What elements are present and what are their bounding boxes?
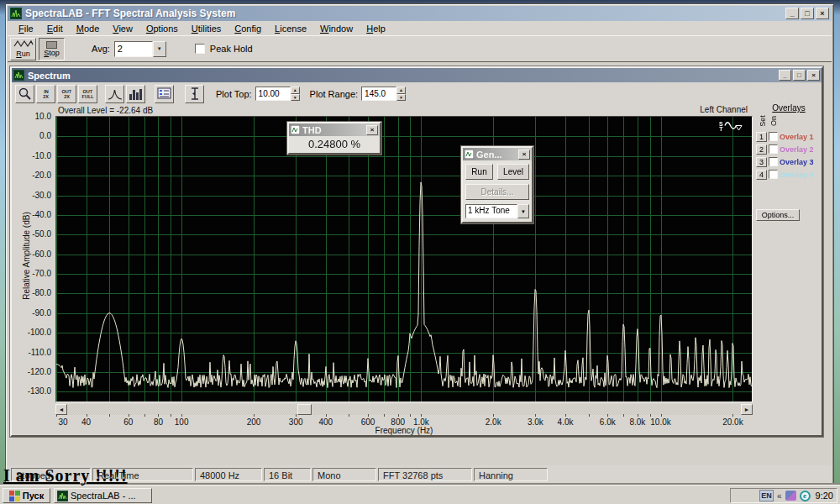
x-axis-title: Frequency (Hz) <box>55 426 753 435</box>
menu-file[interactable]: File <box>12 22 40 35</box>
overlay-4-set-button[interactable]: 4 <box>756 170 767 180</box>
generator-title-bar[interactable]: Gen... × <box>463 148 532 160</box>
overlay-3-checkbox[interactable] <box>769 157 778 166</box>
title-bar[interactable]: SpectraLAB - FFT Spectral Analysis Syste… <box>8 6 832 21</box>
overlay-options-button[interactable]: Options... <box>756 209 800 221</box>
peak-hold-checkbox[interactable] <box>195 44 205 54</box>
x-axis-tick-mark <box>254 414 255 417</box>
spectrum-maximize-button[interactable]: □ <box>793 70 806 81</box>
overlay-2-set-button[interactable]: 2 <box>756 144 767 155</box>
thd-close-button[interactable]: × <box>366 125 378 135</box>
plot-range-input[interactable]: 145.0 <box>361 87 396 101</box>
thd-title-bar[interactable]: THD × <box>289 123 380 136</box>
spectrum-close-button[interactable]: × <box>807 70 820 81</box>
overlay-row: 4 Overlay 4 <box>756 169 814 180</box>
menu-view[interactable]: View <box>106 22 139 35</box>
overlays-on-label: On <box>769 116 778 126</box>
zoom-out-2x-button[interactable]: OUT 2X <box>57 85 76 103</box>
list-options-icon <box>157 87 172 100</box>
menu-help[interactable]: Help <box>360 22 392 35</box>
zoom-in-2x-button[interactable]: IN 2X <box>36 85 55 103</box>
start-button[interactable]: Пуск <box>3 488 50 503</box>
main-toolbar: Run Stop Avg: 2 ▼ Peak Hold <box>8 35 832 61</box>
overlay-row: 1 Overlay 1 <box>756 131 814 142</box>
x-axis-tick-mark <box>607 414 608 417</box>
internet-explorer-icon[interactable] <box>800 491 811 501</box>
status-bit-depth: 16 Bit <box>264 468 311 481</box>
spin-down-icon[interactable]: ▼ <box>396 94 406 102</box>
plot-top-spinner[interactable]: ▲ ▼ <box>291 87 300 101</box>
y-axis-title: Relative Amplitude (dB) <box>22 134 31 378</box>
y-axis-tick-label: -130.0 <box>13 386 51 396</box>
spectrum-minimize-button[interactable]: _ <box>779 70 791 81</box>
y-axis-tick-label: -10.0 <box>13 151 51 160</box>
overlay-row: 2 Overlay 2 <box>756 144 814 155</box>
bar-plot-mode-button[interactable] <box>126 85 145 103</box>
chevron-down-icon[interactable]: ▼ <box>153 41 166 57</box>
menu-window[interactable]: Window <box>313 22 360 35</box>
x-axis-tick-mark <box>171 414 171 417</box>
frequency-scrollbar[interactable]: ◄ ► <box>55 404 753 415</box>
maximize-button[interactable]: □ <box>801 8 814 19</box>
menu-options[interactable]: Options <box>139 22 185 35</box>
spectrum-title-bar[interactable]: Spectrum _ □ × <box>12 68 822 82</box>
generator-run-button[interactable]: Run <box>465 164 493 180</box>
channel-label: Left Channel <box>700 105 748 114</box>
line-plot-mode-button[interactable] <box>105 85 124 103</box>
overlay-3-set-button[interactable]: 3 <box>756 157 767 167</box>
cursor-zoom-button[interactable] <box>15 85 34 103</box>
stop-square-icon <box>46 41 57 49</box>
menu-edit[interactable]: Edit <box>40 22 70 35</box>
spin-down-icon[interactable]: ▼ <box>291 94 300 102</box>
generator-details-button: Details... <box>465 184 529 200</box>
scroll-left-arrow[interactable]: ◄ <box>55 404 67 415</box>
overlay-1-checkbox[interactable] <box>769 132 778 141</box>
x-axis-tick-mark <box>144 414 145 417</box>
avg-select[interactable]: 2 ▼ <box>114 41 166 57</box>
x-axis-tick-mark <box>535 414 536 417</box>
network-icon[interactable] <box>785 491 796 501</box>
menu-mode[interactable]: Mode <box>70 22 107 35</box>
spin-up-icon[interactable]: ▲ <box>396 87 406 94</box>
x-axis-tick-mark <box>398 414 399 417</box>
y-axis: 10.00.0-10.0-20.0-30.0-40.0-50.0-60.0-70… <box>12 116 53 401</box>
menu-utilities[interactable]: Utilities <box>185 22 228 35</box>
y-axis-tick-label: -70.0 <box>13 269 51 278</box>
overlay-4-checkbox[interactable] <box>769 170 778 179</box>
y-axis-tick-label: -120.0 <box>13 367 51 376</box>
language-indicator[interactable]: EN <box>759 490 774 501</box>
menu-license[interactable]: License <box>268 22 313 35</box>
task-button-spectralab[interactable]: SpectraLAB - ... <box>54 488 152 503</box>
chevron-down-icon[interactable]: ▼ <box>517 204 529 218</box>
thd-title: THD <box>302 125 366 135</box>
display-options-button[interactable] <box>155 85 174 103</box>
tray-chevron-icon[interactable]: « <box>777 491 782 501</box>
spin-up-icon[interactable]: ▲ <box>291 87 300 94</box>
plot-top-input[interactable]: 10.00 <box>255 87 291 101</box>
generator-signal-select[interactable]: 1 kHz Tone ▼ <box>465 204 529 218</box>
overlay-label-4: Overlay 4 <box>780 171 814 179</box>
magnifier-icon <box>18 87 33 102</box>
overlays-header: Overlays <box>754 103 823 113</box>
generator-level-button[interactable]: Level <box>497 164 529 180</box>
taskbar: Пуск SpectraLAB - ... EN « 9:20 <box>0 485 840 504</box>
generator-close-button[interactable]: × <box>518 150 530 160</box>
scroll-right-arrow[interactable]: ► <box>741 404 753 415</box>
overlay-2-checkbox[interactable] <box>769 144 778 154</box>
cursor-tool-button[interactable] <box>185 85 204 103</box>
spectrum-plot[interactable] <box>56 117 752 402</box>
overlay-1-set-button[interactable]: 1 <box>756 132 767 142</box>
x-axis-tick-mark <box>56 414 57 417</box>
minimize-button[interactable]: _ <box>785 8 799 19</box>
stop-button[interactable]: Stop <box>39 38 65 60</box>
close-button[interactable]: × <box>816 8 829 19</box>
menu-config[interactable]: Config <box>228 22 268 35</box>
run-button[interactable]: Run <box>10 38 36 60</box>
y-axis-tick-label: -20.0 <box>13 171 51 180</box>
peak-curve-icon <box>107 87 123 101</box>
overlays-panel: Overlays Set On 1 Overlay 1 2 Overlay 2 … <box>754 103 823 114</box>
plot-range-spinner[interactable]: ▲ ▼ <box>396 87 406 101</box>
zoom-out-full-button[interactable]: OUT FULL <box>78 85 97 103</box>
taskbar-clock: 9:20 <box>816 491 833 501</box>
scroll-thumb[interactable] <box>297 404 312 415</box>
